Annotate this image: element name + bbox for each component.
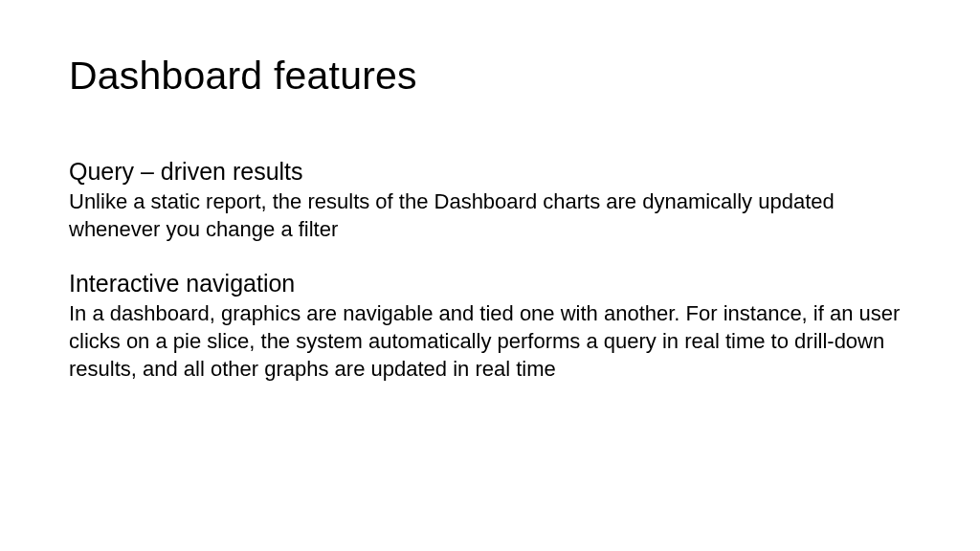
section-body: Unlike a static report, the results of t… xyxy=(69,187,911,243)
section-query-driven: Query – driven results Unlike a static r… xyxy=(69,158,911,243)
section-body: In a dashboard, graphics are navigable a… xyxy=(69,299,911,383)
section-heading: Interactive navigation xyxy=(69,270,911,298)
section-heading: Query – driven results xyxy=(69,158,911,186)
slide-title: Dashboard features xyxy=(69,54,911,99)
section-interactive-navigation: Interactive navigation In a dashboard, g… xyxy=(69,270,911,383)
